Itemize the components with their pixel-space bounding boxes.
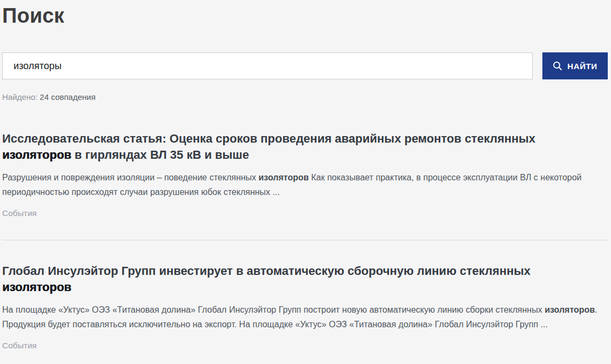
search-result-item: Исследовательская статья: Оценка сроков …	[2, 102, 608, 240]
highlighted-term: изоляторов	[259, 173, 309, 182]
results-count-value: 24 совпадения	[40, 92, 96, 102]
search-bar: НАЙТИ	[2, 52, 608, 79]
find-button-label: НАЙТИ	[567, 62, 597, 71]
search-result-item: Глобал Инсулэйтор Групп инвестирует в ав…	[2, 240, 608, 364]
result-category-label: События	[2, 208, 608, 218]
results-list: Исследовательская статья: Оценка сроков …	[2, 102, 608, 364]
highlighted-term: изоляторов	[2, 280, 71, 294]
result-snippet: На площадке «Уктус» ОЭЗ «Титановая долин…	[2, 302, 599, 332]
results-count-label: Найдено:	[2, 92, 40, 102]
search-page: Поиск НАЙТИ Найдено: 24 совпадения Иссле…	[0, 0, 611, 364]
highlighted-term: изоляторов	[2, 148, 71, 161]
result-title-link[interactable]: Глобал Инсулэйтор Групп инвестирует в ав…	[2, 263, 575, 295]
highlighted-term: изоляторов	[545, 305, 595, 314]
result-category-label: События	[2, 341, 608, 350]
search-icon	[553, 61, 562, 71]
result-snippet: Разрушения и повреждения изоляции – пове…	[2, 170, 599, 199]
find-button[interactable]: НАЙТИ	[542, 52, 608, 79]
page-title: Поиск	[2, 4, 608, 28]
results-count: Найдено: 24 совпадения	[2, 92, 608, 102]
search-input[interactable]	[2, 52, 533, 79]
result-title-link[interactable]: Исследовательская статья: Оценка сроков …	[2, 131, 575, 163]
